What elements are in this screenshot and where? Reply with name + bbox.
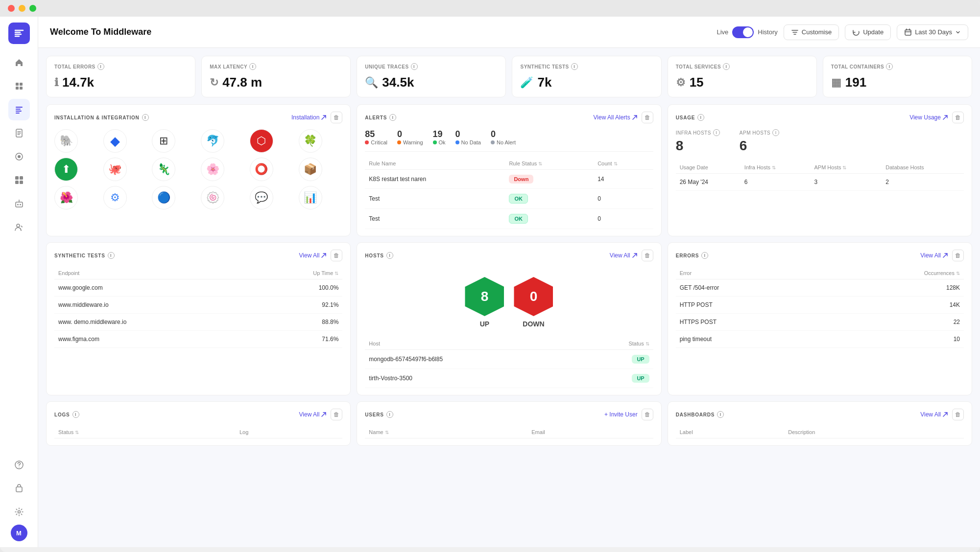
hosts-title: HOSTS — [365, 253, 383, 258]
user-avatar[interactable]: M — [11, 525, 27, 541]
error-name: HTTP POST — [676, 297, 825, 314]
integration-icon-package[interactable]: 📦 — [299, 158, 322, 181]
alert-summary: 85 Critical 0 Warning 19 Ok — [365, 129, 653, 152]
update-button[interactable]: Update — [845, 24, 891, 40]
integration-icon-floral[interactable]: 🌺 — [54, 186, 78, 209]
sidebar-item-robot[interactable] — [8, 193, 30, 214]
dashboards-info-icon: i — [717, 411, 724, 418]
alert-row-count: 0 — [594, 209, 653, 229]
live-history-toggle[interactable] — [732, 26, 754, 38]
svg-point-6 — [18, 155, 21, 158]
integration-icon-jira[interactable]: 🐙 — [103, 158, 127, 181]
unique-traces-value: 34.5k — [382, 75, 414, 90]
integration-icon-slack[interactable]: 💬 — [250, 186, 273, 209]
sidebar-item-packages[interactable] — [8, 478, 30, 499]
svg-point-17 — [19, 467, 20, 468]
date-range-label: Last 30 Days — [915, 28, 952, 36]
hosts-view-all[interactable]: View All — [610, 252, 638, 259]
integration-icon-redis[interactable]: ⬡ — [250, 129, 273, 153]
sidebar-item-integrations[interactable] — [8, 75, 30, 97]
integration-icon-chameleon[interactable]: 🦎 — [152, 158, 175, 181]
alerts-col-count: Count ⇅ — [594, 158, 653, 170]
logs-delete-btn[interactable]: 🗑 — [331, 409, 342, 420]
sidebar-item-monitoring[interactable] — [8, 146, 30, 167]
total-services-info-icon: i — [723, 63, 730, 70]
svg-point-15 — [17, 224, 20, 227]
hosts-up-hex: 8 — [465, 277, 504, 316]
total-errors-info-icon: i — [97, 63, 104, 70]
alerts-view-all-link[interactable]: View All Alerts — [594, 114, 638, 121]
content-area: TOTAL ERRORS i ℹ 14.7k MAX LATENCY i — [38, 48, 980, 547]
svg-rect-2 — [16, 87, 19, 90]
alerts-delete-btn[interactable]: 🗑 — [642, 112, 653, 123]
error-count: 14K — [825, 297, 964, 314]
app-logo[interactable] — [8, 23, 30, 44]
alert-row-name: K8S restart test naren — [365, 170, 505, 189]
unique-traces-label: UNIQUE TRACES — [365, 64, 408, 69]
svg-point-12 — [17, 204, 19, 206]
synthetic-tests-view-all[interactable]: View All — [299, 252, 327, 259]
usage-info-icon: i — [697, 114, 704, 121]
usage-view-link[interactable]: View Usage — [909, 114, 948, 121]
integration-icon-flower[interactable]: 🌸 — [201, 158, 224, 181]
sidebar-item-documents[interactable] — [8, 122, 30, 144]
max-latency-stat-icon: ↻ — [210, 76, 218, 89]
integration-icon-diamond[interactable]: ◆ — [103, 129, 127, 153]
alert-no-data: 0 No Data — [455, 129, 481, 145]
integration-icon-postgres[interactable]: 🐘 — [54, 129, 78, 153]
dashboards-widget: DASHBOARDS i View All 🗑 — [668, 401, 972, 446]
sidebar-item-logs[interactable] — [8, 99, 30, 120]
integration-icon-mongodb[interactable]: 🍀 — [299, 129, 322, 153]
alerts-table: Rule Name Rule Status ⇅ Count ⇅ K8S rest… — [365, 158, 653, 229]
date-range-button[interactable]: Last 30 Days — [897, 24, 968, 40]
host-status: UP — [578, 350, 653, 369]
errors-col-occurrences: Occurrences ⇅ — [825, 267, 964, 279]
traffic-light-maximize[interactable] — [29, 5, 36, 12]
installation-link[interactable]: Installation — [291, 114, 327, 121]
usage-date: 26 May '24 — [676, 174, 741, 191]
integration-icon-circle[interactable]: ⭕ — [250, 158, 273, 181]
integration-icon-debian[interactable]: 🍥 — [201, 186, 224, 209]
dashboards-view-all[interactable]: View All — [920, 411, 948, 418]
sidebar-item-home[interactable] — [8, 52, 30, 73]
infra-hosts-value: 8 — [676, 138, 720, 154]
sidebar-item-users[interactable] — [8, 216, 30, 238]
integration-icon-mysql[interactable]: 🐬 — [201, 129, 224, 153]
customise-button[interactable]: Customise — [784, 24, 839, 40]
errors-table: Error Occurrences ⇅ GET /504-error 128K — [676, 267, 964, 348]
dashboards-delete-btn[interactable]: 🗑 — [952, 409, 964, 420]
integration-icon-windows[interactable]: ⊞ — [152, 129, 175, 153]
stat-unique-traces: UNIQUE TRACES i 🔍 34.5k — [357, 56, 506, 97]
users-delete-btn[interactable]: 🗑 — [642, 409, 653, 420]
sidebar: M — [0, 17, 38, 547]
alert-critical: 85 Critical — [365, 129, 387, 145]
synthetic-tests-info-icon: i — [571, 63, 578, 70]
integration-icon-chart[interactable]: 📊 — [299, 186, 322, 209]
synthetic-tests-delete-btn[interactable]: 🗑 — [331, 250, 342, 261]
integration-icon-kubernetes[interactable]: ⚙ — [103, 186, 127, 209]
svg-rect-0 — [16, 83, 19, 86]
main-grid-row1: INSTALLATION & INTEGRATION i Installatio… — [46, 104, 972, 236]
traffic-light-close[interactable] — [8, 5, 15, 12]
table-row: www.figma.com 71.6% — [54, 331, 342, 348]
integration-icon-arrow[interactable]: ⬆ — [54, 158, 78, 181]
errors-delete-btn[interactable]: 🗑 — [952, 250, 964, 261]
synthetic-uptime: 88.8% — [255, 314, 342, 331]
total-services-value: 15 — [690, 75, 704, 90]
errors-info-icon: i — [701, 252, 708, 259]
traffic-light-minimize[interactable] — [19, 5, 25, 12]
errors-view-all[interactable]: View All — [920, 252, 948, 259]
sidebar-item-settings[interactable] — [8, 501, 30, 523]
alerts-col-rule-name: Rule Name — [365, 158, 505, 170]
table-row: www.google.com 100.0% — [54, 279, 342, 297]
installation-delete-btn[interactable]: 🗑 — [331, 112, 342, 123]
integration-icon-ubuntu[interactable]: 🔵 — [152, 186, 175, 209]
hosts-delete-btn[interactable]: 🗑 — [642, 250, 653, 261]
alerts-widget: ALERTS i View All Alerts 🗑 — [357, 104, 661, 236]
logs-view-all[interactable]: View All — [299, 411, 327, 418]
alerts-info-icon: i — [389, 114, 396, 121]
usage-delete-btn[interactable]: 🗑 — [952, 112, 964, 123]
sidebar-item-support[interactable] — [8, 454, 30, 476]
invite-user-btn[interactable]: + Invite User — [604, 411, 638, 418]
sidebar-item-grid[interactable] — [8, 169, 30, 191]
